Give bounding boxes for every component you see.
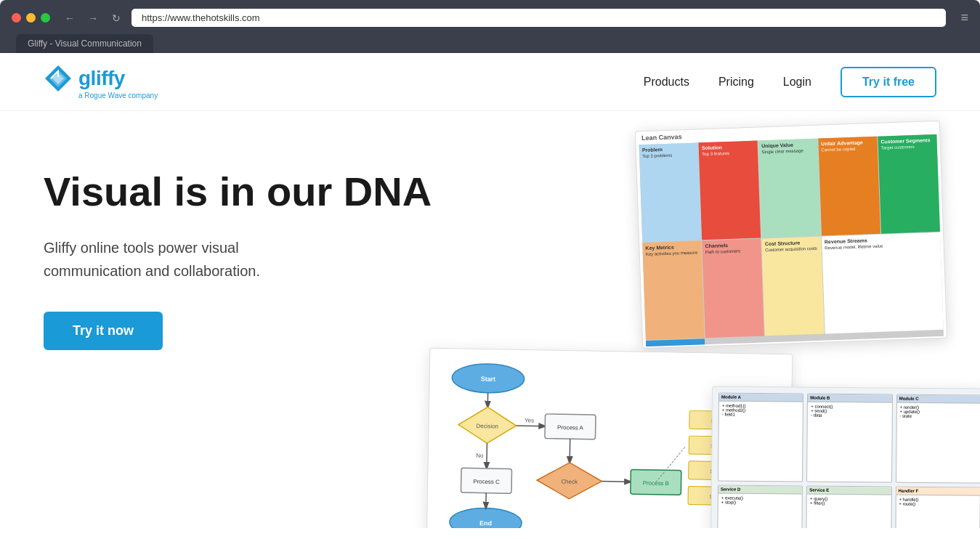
close-button[interactable] [12,13,21,23]
browser-chrome: ← → ↻ https://www.thehotskills.com ≡ Gli… [0,0,980,53]
logo-row: gliffy [44,64,125,93]
hero-section: Visual is in our DNA Gliffy online tools… [0,111,980,528]
lean-canvas-diagram: Lean Canvas ProblemTop 3 problems Soluti… [635,121,947,349]
nav-header: gliffy a Rogue Wave company Products Pri… [0,53,980,111]
uml-diagram: Module A + method1()+ method2()- field1 … [710,386,980,528]
hero-title: Visual is in our DNA [44,169,432,214]
svg-text:Decision: Decision [477,423,499,430]
products-nav-link[interactable]: Products [644,76,689,89]
svg-text:Yes: Yes [525,417,534,423]
svg-text:Process C: Process C [473,478,500,485]
svg-text:Process A: Process A [557,424,584,431]
tab-bar: Gliffy - Visual Communication [12,34,968,53]
diagrams-area: Lean Canvas ProblemTop 3 problems Soluti… [406,126,980,528]
address-bar[interactable]: https://www.thehotskills.com [131,9,946,27]
logo-area: gliffy a Rogue Wave company [44,64,158,100]
maximize-button[interactable] [41,13,50,23]
logo-text: gliffy [78,67,125,90]
refresh-button[interactable]: ↻ [108,10,124,26]
svg-text:No: No [476,453,484,459]
website-content: gliffy a Rogue Wave company Products Pri… [0,53,980,528]
svg-text:Check: Check [561,479,578,485]
svg-text:End: End [479,519,492,527]
forward-button[interactable]: → [85,10,101,26]
login-nav-link[interactable]: Login [783,76,811,89]
svg-text:Start: Start [481,376,496,383]
try-it-now-button[interactable]: Try it now [44,312,163,350]
menu-button[interactable]: ≡ [960,10,968,25]
logo-tagline: a Rogue Wave company [78,92,158,100]
url-text: https://www.thehotskills.com [142,12,260,23]
hero-subtitle: Gliffy online tools power visual communi… [44,236,320,283]
try-it-free-button[interactable]: Try it free [841,67,936,97]
active-tab[interactable]: Gliffy - Visual Communication [16,34,153,53]
minimize-button[interactable] [26,13,36,23]
svg-line-16 [602,482,631,482]
traffic-lights [12,13,50,23]
nav-links: Products Pricing Login Try it free [644,67,936,97]
svg-line-9 [517,426,546,426]
hero-text: Visual is in our DNA Gliffy online tools… [44,155,432,350]
browser-controls: ← → ↻ https://www.thehotskills.com ≡ [12,9,968,27]
svg-text:Process B: Process B [643,479,669,487]
svg-line-19 [487,443,487,469]
pricing-nav-link[interactable]: Pricing [718,76,754,89]
svg-line-13 [570,439,570,463]
back-button[interactable]: ← [62,10,78,26]
gliffy-logo-icon [44,64,73,93]
